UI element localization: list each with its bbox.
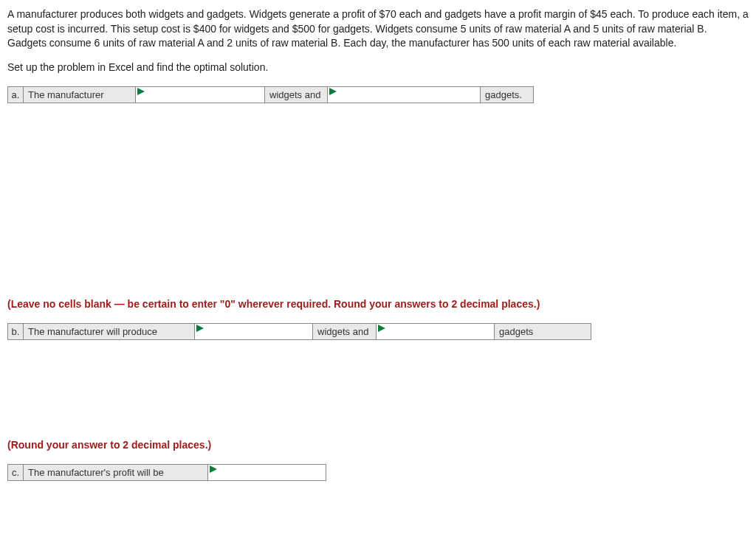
row-a-input-widgets[interactable] xyxy=(136,86,265,103)
row-a-mid: widgets and xyxy=(265,86,328,103)
dropdown-marker-icon xyxy=(378,325,385,332)
row-c-letter: c. xyxy=(7,464,24,481)
problem-instruction: Set up the problem in Excel and find the… xyxy=(7,61,749,73)
svg-marker-1 xyxy=(329,88,337,95)
row-b-mid: widgets and xyxy=(313,323,377,340)
answer-row-b: b. The manufacturer will produce widgets… xyxy=(7,323,749,340)
svg-marker-2 xyxy=(196,325,204,332)
row-c-label: The manufacturer's profit will be xyxy=(24,464,208,481)
row-c-input-profit[interactable] xyxy=(208,464,326,481)
dropdown-marker-icon xyxy=(137,88,145,95)
dropdown-marker-icon xyxy=(329,88,337,95)
row-b-label: The manufacturer will produce xyxy=(24,323,195,340)
answer-row-c: c. The manufacturer's profit will be xyxy=(7,464,749,481)
row-a-end: gadgets. xyxy=(481,86,534,103)
hint-1: (Leave no cells blank — be certain to en… xyxy=(7,298,749,310)
row-b-end: gadgets xyxy=(495,323,591,340)
svg-marker-0 xyxy=(137,88,145,95)
hint-2: (Round your answer to 2 decimal places.) xyxy=(7,439,749,451)
row-a-label: The manufacturer xyxy=(24,86,136,103)
row-b-input-widgets[interactable] xyxy=(195,323,313,340)
row-b-input-gadgets[interactable] xyxy=(377,323,495,340)
row-a-input-gadgets[interactable] xyxy=(328,86,481,103)
answer-row-a: a. The manufacturer widgets and gadgets. xyxy=(7,86,749,103)
svg-marker-4 xyxy=(210,465,217,473)
svg-marker-3 xyxy=(378,325,385,332)
dropdown-marker-icon xyxy=(196,325,204,332)
row-a-letter: a. xyxy=(7,86,24,103)
problem-paragraph: A manufacturer produces both widgets and… xyxy=(7,7,749,51)
row-b-letter: b. xyxy=(7,323,24,340)
dropdown-marker-icon xyxy=(210,465,217,473)
